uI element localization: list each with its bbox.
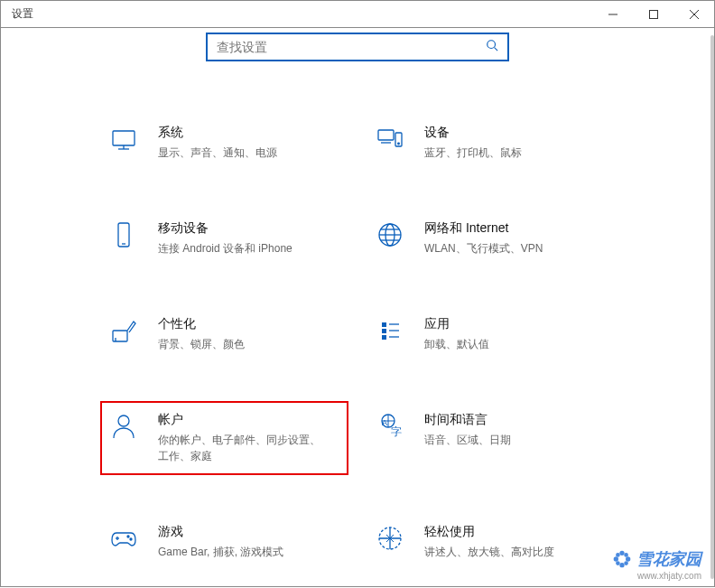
- category-text: 时间和语言语音、区域、日期: [424, 412, 606, 448]
- svg-point-39: [615, 557, 618, 561]
- category-desc: 你的帐户、电子邮件、同步设置、工作、家庭: [158, 432, 320, 464]
- display-icon: [109, 125, 138, 154]
- search-wrap: [1, 28, 714, 70]
- watermark-url: www.xhjaty.com: [613, 571, 701, 581]
- category-text: 网络和 InternetWLAN、飞行模式、VPN: [424, 220, 606, 257]
- category-title: 时间和语言: [424, 412, 606, 428]
- search-box[interactable]: [206, 33, 509, 61]
- svg-rect-22: [382, 322, 386, 327]
- category-accessibility[interactable]: 轻松使用讲述人、放大镜、高对比度: [376, 524, 606, 560]
- category-system[interactable]: 系统显示、声音、通知、电源: [109, 125, 339, 161]
- maximize-button[interactable]: [633, 1, 673, 28]
- snowflake-icon: [613, 550, 631, 568]
- category-title: 帐户: [158, 412, 339, 428]
- category-title: 轻松使用: [424, 524, 606, 540]
- svg-rect-24: [382, 335, 386, 340]
- category-title: 系统: [158, 125, 339, 141]
- svg-line-5: [495, 48, 498, 51]
- globe-icon: [376, 220, 404, 249]
- category-text: 帐户你的帐户、电子邮件、同步设置、工作、家庭: [158, 412, 339, 464]
- svg-point-40: [627, 557, 630, 561]
- watermark: 雪花家园 www.xhjaty.com: [613, 548, 701, 581]
- category-title: 个性化: [158, 316, 339, 332]
- category-title: 设备: [424, 125, 606, 141]
- category-personalization[interactable]: 个性化背景、锁屏、颜色: [109, 316, 339, 352]
- category-text: 应用卸载、默认值: [424, 316, 606, 352]
- category-text: 游戏Game Bar, 捕获, 游戏模式: [158, 524, 339, 560]
- category-desc: 卸载、默认值: [424, 336, 587, 352]
- svg-rect-1: [649, 11, 657, 19]
- svg-text:字: 字: [391, 425, 402, 438]
- category-accounts[interactable]: 帐户你的帐户、电子邮件、同步设置、工作、家庭: [100, 401, 348, 475]
- categories-grid: 系统显示、声音、通知、电源设备蓝牙、打印机、鼠标移动设备连接 Android 设…: [1, 70, 714, 560]
- access-icon: [376, 524, 404, 553]
- svg-point-34: [127, 536, 129, 537]
- search-icon: [486, 39, 498, 55]
- watermark-brand: 雪花家园: [636, 548, 701, 570]
- category-devices[interactable]: 设备蓝牙、打印机、鼠标: [376, 125, 606, 161]
- svg-rect-9: [378, 130, 394, 140]
- category-time[interactable]: 字A时间和语言语音、区域、日期: [376, 412, 606, 464]
- category-title: 移动设备: [158, 220, 339, 237]
- search-input[interactable]: [217, 40, 486, 54]
- brush-icon: [109, 316, 138, 345]
- category-apps[interactable]: 应用卸载、默认值: [376, 316, 606, 352]
- svg-point-35: [130, 538, 132, 540]
- category-desc: WLAN、飞行模式、VPN: [424, 240, 587, 257]
- category-title: 网络和 Internet: [424, 220, 606, 237]
- person-icon: [109, 412, 138, 441]
- category-text: 轻松使用讲述人、放大镜、高对比度: [424, 524, 606, 560]
- category-desc: 连接 Android 设备和 iPhone: [158, 240, 320, 257]
- svg-point-37: [620, 552, 624, 555]
- svg-text:A: A: [382, 418, 387, 427]
- window-body: 系统显示、声音、通知、电源设备蓝牙、打印机、鼠标移动设备连接 Android 设…: [0, 27, 715, 587]
- phone-icon: [109, 220, 138, 249]
- svg-point-43: [617, 562, 619, 565]
- category-title: 应用: [424, 316, 606, 332]
- svg-point-42: [625, 554, 627, 556]
- window-title: 设置: [12, 6, 33, 22]
- category-text: 移动设备连接 Android 设备和 iPhone: [158, 220, 339, 257]
- close-button[interactable]: [673, 1, 714, 28]
- svg-rect-6: [113, 131, 135, 145]
- category-desc: 讲述人、放大镜、高对比度: [424, 544, 587, 560]
- category-desc: 显示、声音、通知、电源: [158, 145, 320, 161]
- category-text: 设备蓝牙、打印机、鼠标: [424, 125, 606, 161]
- category-desc: 背景、锁屏、颜色: [158, 336, 320, 352]
- svg-point-11: [398, 143, 400, 145]
- category-text: 系统显示、声音、通知、电源: [158, 125, 339, 161]
- svg-point-4: [488, 41, 496, 49]
- window-controls: [592, 1, 714, 27]
- svg-rect-23: [382, 329, 386, 333]
- devices-icon: [376, 125, 404, 154]
- svg-point-44: [625, 562, 627, 565]
- language-icon: 字A: [376, 412, 404, 441]
- category-desc: 语音、区域、日期: [424, 432, 587, 448]
- svg-point-38: [620, 564, 624, 567]
- svg-rect-13: [118, 223, 129, 247]
- gamepad-icon: [109, 524, 138, 553]
- category-gaming[interactable]: 游戏Game Bar, 捕获, 游戏模式: [109, 524, 339, 560]
- svg-point-41: [617, 554, 619, 556]
- category-network[interactable]: 网络和 InternetWLAN、飞行模式、VPN: [376, 220, 606, 257]
- minimize-button[interactable]: [592, 1, 633, 28]
- category-text: 个性化背景、锁屏、颜色: [158, 316, 339, 352]
- titlebar: 设置: [0, 0, 715, 27]
- category-title: 游戏: [158, 524, 339, 540]
- category-desc: Game Bar, 捕获, 游戏模式: [158, 544, 320, 560]
- category-phone[interactable]: 移动设备连接 Android 设备和 iPhone: [109, 220, 339, 257]
- category-desc: 蓝牙、打印机、鼠标: [424, 145, 587, 161]
- svg-point-28: [118, 415, 129, 426]
- apps-icon: [376, 316, 404, 345]
- scrollbar[interactable]: [710, 35, 714, 579]
